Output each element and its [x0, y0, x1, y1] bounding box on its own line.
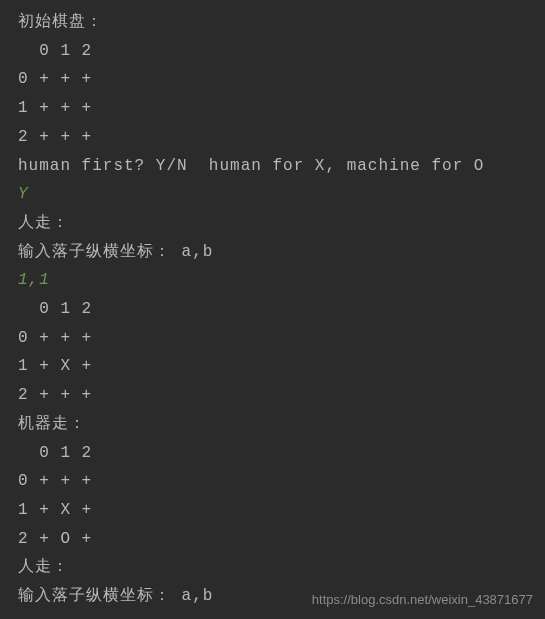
terminal-output-line: 1 + X + — [18, 496, 527, 525]
terminal-output-line: 2 + + + — [18, 381, 527, 410]
terminal-output-line: 0 + + + — [18, 65, 527, 94]
terminal-output-line: human first? Y/N human for X, machine fo… — [18, 152, 527, 181]
terminal-output-line: 输入落子纵横坐标： a,b — [18, 238, 527, 267]
terminal-output-line: 0 1 2 — [18, 439, 527, 468]
terminal-output-line: 人走： — [18, 553, 527, 582]
terminal-output-line: 人走： — [18, 209, 527, 238]
terminal-input-line: Y — [18, 180, 527, 209]
terminal-output-line: 2 + + + — [18, 123, 527, 152]
terminal-output-line: 0 1 2 — [18, 295, 527, 324]
terminal-output-line: 1 + + + — [18, 94, 527, 123]
terminal-output-line: 机器走： — [18, 410, 527, 439]
terminal-output: 初始棋盘： 0 1 20 + + +1 + + +2 + + +human fi… — [18, 8, 527, 611]
terminal-output-line: 0 + + + — [18, 324, 527, 353]
terminal-input-line: 1,1 — [18, 266, 527, 295]
watermark: https://blog.csdn.net/weixin_43871677 — [312, 592, 533, 607]
terminal-output-line: 0 1 2 — [18, 37, 527, 66]
terminal-output-line: 初始棋盘： — [18, 8, 527, 37]
terminal-output-line: 1 + X + — [18, 352, 527, 381]
terminal-output-line: 0 + + + — [18, 467, 527, 496]
terminal-output-line: 2 + O + — [18, 525, 527, 554]
